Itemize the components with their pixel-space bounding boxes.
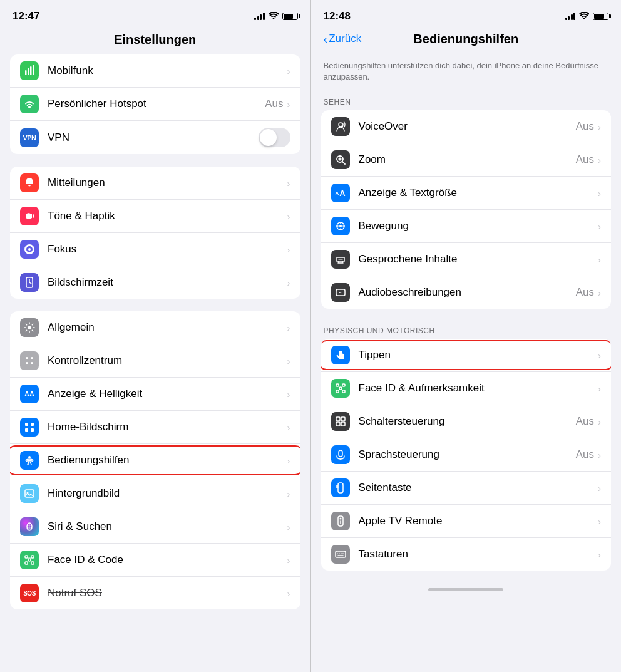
- settings-item-vpn[interactable]: VPN VPN: [10, 121, 300, 154]
- svg-rect-52: [336, 551, 346, 557]
- settings-item-kontrollzentrum[interactable]: Kontrollzentrum ›: [10, 344, 300, 378]
- page-title-right: Bedienungshilfen: [413, 32, 518, 46]
- vpn-label: VPN: [48, 132, 259, 144]
- settings-item-bedienungshilfen[interactable]: Bedienungshilfen ›: [10, 444, 300, 477]
- svg-rect-40: [342, 390, 345, 393]
- description-text: Bedienungshilfen unterstützen dich dabei…: [311, 53, 622, 93]
- back-label: Zurück: [329, 33, 361, 45]
- vpn-toggle[interactable]: [259, 128, 290, 147]
- wifi-icon-right: [579, 11, 589, 21]
- schalter-value: Aus: [576, 415, 594, 428]
- settings-item-hintergrundbild[interactable]: Hintergrundbild ›: [10, 477, 300, 510]
- settings-item-bewegung[interactable]: Bewegung ›: [321, 210, 612, 243]
- battery-icon-right: [593, 13, 608, 20]
- settings-item-faceid-access[interactable]: Face ID & Aufmerksamkeit ›: [321, 372, 612, 405]
- tastaturen-chevron: ›: [598, 549, 601, 560]
- zoom-label: Zoom: [359, 153, 576, 166]
- settings-item-allgemein[interactable]: Allgemein ›: [10, 311, 300, 344]
- content-right[interactable]: Bedienungshilfen unterstützen dich dabei…: [311, 53, 622, 672]
- svg-rect-13: [25, 423, 28, 426]
- schalter-chevron: ›: [598, 416, 601, 427]
- right-panel: 12:48 ‹ Zurück Bedienungshilfen Bedien: [311, 0, 622, 672]
- settings-item-fokus[interactable]: Fokus ›: [10, 233, 300, 266]
- faceid-icon: [20, 551, 39, 569]
- svg-point-10: [31, 357, 33, 359]
- svg-rect-14: [31, 423, 34, 426]
- bildschirmzeit-icon: [20, 273, 39, 292]
- seitentaste-icon: [331, 478, 350, 497]
- svg-rect-46: [339, 450, 342, 457]
- settings-item-homebildschirm[interactable]: Home-Bildschirm ›: [10, 411, 300, 444]
- mobilfunk-icon: [20, 61, 39, 80]
- svg-rect-38: [342, 384, 345, 386]
- settings-item-sprach[interactable]: Sprachsteuerung Aus ›: [321, 438, 612, 472]
- settings-item-anzeige-text[interactable]: AA Anzeige & Textgröße ›: [321, 177, 612, 210]
- bewegung-chevron: ›: [598, 221, 601, 232]
- hintergrundbild-icon: [20, 484, 39, 503]
- settings-item-remote[interactable]: Apple TV Remote ›: [321, 505, 612, 538]
- settings-item-mobilfunk[interactable]: Mobilfunk ›: [10, 54, 300, 88]
- settings-item-mitteilungen[interactable]: Mitteilungen ›: [10, 167, 300, 200]
- bedienungshilfen-icon: [20, 451, 39, 470]
- settings-item-audio[interactable]: Audiobeschreibungen Aus ›: [321, 276, 612, 309]
- hintergrundbild-label: Hintergrundbild: [48, 487, 287, 500]
- allgemein-label: Allgemein: [48, 321, 287, 334]
- siri-label: Siri & Suchen: [48, 520, 287, 533]
- settings-item-zoom[interactable]: Zoom Aus ›: [321, 143, 612, 177]
- svg-rect-18: [25, 490, 34, 497]
- svg-rect-25: [31, 556, 34, 558]
- wifi-icon: [269, 11, 279, 21]
- svg-point-4: [28, 106, 31, 108]
- svg-point-11: [26, 362, 28, 364]
- section-header-sehen: SEHEN: [311, 93, 622, 110]
- svg-point-12: [31, 362, 33, 364]
- section-header-physisch: PHYSISCH UND MOTORISCH: [311, 321, 622, 339]
- settings-item-tippen[interactable]: Tippen ›: [321, 339, 612, 372]
- settings-item-voiceover[interactable]: VoiceOver Aus ›: [321, 110, 612, 143]
- bildschirmzeit-label: Bildschirmzeit: [48, 276, 287, 289]
- settings-item-hotspot[interactable]: Persönlicher Hotspot Aus ›: [10, 88, 300, 121]
- settings-item-gesprochene[interactable]: Gesprochene Inhalte ›: [321, 243, 612, 276]
- seitentaste-label: Seitentaste: [359, 482, 598, 494]
- zoom-value: Aus: [576, 153, 594, 166]
- content-left[interactable]: Mobilfunk › Persönlicher Hotspot Aus › V…: [0, 54, 310, 672]
- settings-item-toene[interactable]: Töne & Haptik ›: [10, 200, 300, 233]
- homebildschirm-label: Home-Bildschirm: [48, 421, 287, 433]
- settings-item-faceid[interactable]: Face ID & Code ›: [10, 544, 300, 577]
- faceid-access-icon: [331, 379, 350, 398]
- notruf-label: Notruf SOS: [48, 587, 287, 599]
- settings-item-siri[interactable]: Siri & Suchen ›: [10, 510, 300, 544]
- settings-item-tastaturen[interactable]: Tastaturen ›: [321, 538, 612, 571]
- gesprochene-icon: [331, 250, 350, 269]
- tastaturen-icon: [331, 545, 350, 564]
- audio-icon: [331, 283, 350, 302]
- svg-rect-1: [28, 68, 29, 75]
- settings-item-notruf[interactable]: SOS Notruf SOS ›: [10, 577, 300, 609]
- fokus-chevron: ›: [287, 244, 290, 255]
- status-time-left: 12:47: [13, 10, 39, 23]
- notruf-chevron: ›: [287, 588, 290, 599]
- siri-chevron: ›: [287, 522, 290, 532]
- back-button[interactable]: ‹ Zurück: [324, 33, 362, 45]
- faceid-access-label: Face ID & Aufmerksamkeit: [359, 382, 598, 395]
- mobilfunk-chevron: ›: [287, 66, 290, 76]
- svg-rect-43: [341, 417, 345, 421]
- settings-item-seitentaste[interactable]: Seitentaste ›: [321, 472, 612, 505]
- svg-rect-48: [338, 483, 343, 493]
- homebildschirm-chevron: ›: [287, 422, 290, 433]
- seitentaste-chevron: ›: [598, 483, 601, 494]
- settings-item-bildschirmzeit[interactable]: Bildschirmzeit ›: [10, 266, 300, 299]
- svg-point-9: [26, 357, 28, 359]
- settings-item-schalter[interactable]: Schaltersteuerung Aus ›: [321, 405, 612, 438]
- svg-rect-0: [25, 70, 27, 75]
- svg-rect-45: [341, 422, 345, 426]
- svg-point-35: [339, 225, 342, 227]
- svg-rect-15: [25, 428, 28, 432]
- mitteilungen-label: Mitteilungen: [48, 177, 287, 189]
- settings-item-anzeige[interactable]: AA Anzeige & Helligkeit ›: [10, 378, 300, 411]
- faceid-access-chevron: ›: [598, 383, 601, 394]
- status-time-right: 12:48: [324, 10, 351, 23]
- home-indicator: [428, 588, 503, 591]
- zoom-chevron: ›: [598, 155, 601, 165]
- notruf-icon: SOS: [20, 584, 39, 602]
